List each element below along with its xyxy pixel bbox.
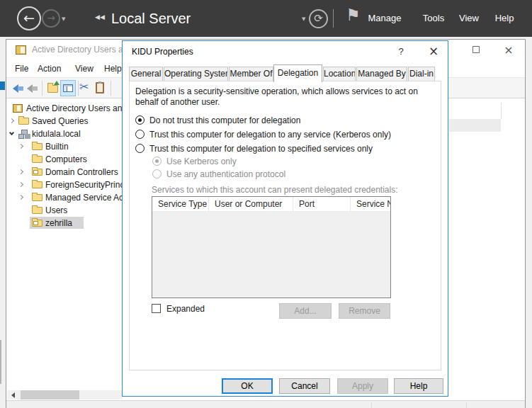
tab-member-of[interactable]: Member Of [229,67,273,81]
server-manager-topbar: ← → ▼ ◀◀ Local Server ▼ ⟳ ⚑ Manage Tools… [0,0,532,37]
collapse-chevrons-icon[interactable]: ◀◀ [95,13,105,21]
domain-icon [18,130,30,138]
chevron-right-icon[interactable] [18,182,23,187]
cancel-button[interactable]: Cancel [279,378,330,394]
refresh-icon[interactable]: ⟳ [309,9,328,28]
console-icon [13,104,23,113]
server-manager-nav-accent [0,81,5,90]
ou-folder-icon [32,169,43,176]
checkbox-unchecked-icon[interactable] [152,304,161,313]
scroll-left-icon[interactable] [11,392,15,398]
console-icon [16,45,26,55]
menu-view[interactable]: View [75,60,94,77]
green-arrow-icon [54,81,60,85]
page-title: Local Server [111,0,191,37]
column-service-type[interactable]: Service Type [152,197,209,212]
help-button[interactable]: Help [394,378,443,394]
list-row-fragment [449,119,501,132]
tab-general[interactable]: General [129,67,163,81]
radio-icon[interactable] [135,144,145,153]
console-tree-icon [63,84,73,92]
toolbar-divider [78,81,79,96]
maximize-icon [472,46,480,53]
radio-icon[interactable] [135,130,145,139]
statusbar-divider [466,402,467,408]
toolbar-divider [111,81,111,96]
column-user-or-computer[interactable]: User or Computer [209,197,293,212]
remove-button: Remove [339,303,390,319]
radio-selected-icon[interactable] [135,115,145,125]
menu-help[interactable]: Help [492,0,517,37]
menu-help[interactable]: Help [104,60,122,77]
close-button[interactable]: × [498,40,519,60]
folder-icon [32,207,43,214]
radio-selected-disabled-icon [152,157,162,166]
tree-horizontal-scrollbar[interactable] [7,390,123,400]
services-table: Service Type User or Computer Port Servi… [152,196,391,298]
tab-managed-by[interactable]: Managed By [356,67,407,81]
aduc-statusbar [6,400,525,408]
menu-view[interactable]: View [456,0,482,37]
tab-operating-system[interactable]: Operating System [164,67,228,81]
expanded-checkbox-label: Expanded [166,304,205,314]
statusbar-divider [371,402,372,408]
chevron-right-icon[interactable] [9,118,14,123]
menu-file[interactable]: File [15,60,28,77]
dialog-title: KIDU Properties [132,47,193,57]
folder-icon [32,194,43,201]
column-service-name[interactable]: Service Na [351,197,391,212]
column-port[interactable]: Port [293,197,351,212]
tab-delegation[interactable]: Delegation [273,64,322,82]
folder-icon [32,143,43,150]
tab-location[interactable]: Location [323,67,356,81]
menu-manage[interactable]: Manage [367,0,402,37]
menu-tools[interactable]: Tools [419,0,448,37]
ou-folder-icon [32,220,43,227]
up-one-level-icon[interactable] [47,85,58,93]
dialog-help-icon[interactable]: ? [395,45,407,58]
notification-flag-icon[interactable]: ⚑ [346,6,361,24]
apply-button: Apply [337,378,388,394]
add-button: Add... [279,303,332,319]
back-icon[interactable]: ← [17,6,41,30]
folder-icon [18,118,29,125]
folder-icon [32,181,43,188]
menu-action[interactable]: Action [38,60,61,77]
services-list-label: Services to which this account can prese… [152,185,398,195]
cut-icon[interactable]: ✂ [79,80,89,94]
dialog-close-icon[interactable]: × [426,43,441,59]
radio-disabled-icon [152,169,162,178]
chevron-right-icon[interactable] [18,169,23,174]
delegation-description: Delegation is a security-sensitive opera… [135,86,429,108]
chevron-right-icon[interactable] [18,144,23,149]
chevron-right-icon[interactable] [18,195,23,200]
maximize-button[interactable] [465,40,487,60]
services-table-header: Service Type User or Computer Port Servi… [152,197,390,212]
background-scrollbar-fragment [0,340,1,384]
list-column-divider [501,103,502,119]
nav-dropdown-caret-icon[interactable]: ▼ [62,16,65,22]
ok-button[interactable]: OK [222,378,273,394]
topbar-divider [333,9,334,28]
scrollbar-thumb[interactable] [21,390,79,400]
chevron-down-icon[interactable] [9,130,14,135]
forward-icon[interactable]: → [42,9,60,28]
toolbar-divider [42,81,43,96]
folder-icon [32,156,43,163]
console-tree-toggle-button[interactable] [60,80,76,96]
close-icon: × [504,43,513,57]
title-dropdown-caret-icon[interactable]: ▼ [302,16,305,22]
paste-icon[interactable] [96,82,104,94]
properties-dialog: KIDU Properties ? × General Operating Sy… [122,40,448,397]
forward-arrow-icon[interactable] [27,84,38,93]
back-arrow-icon[interactable] [13,84,24,93]
tab-dial-in[interactable]: Dial-in [408,67,435,81]
